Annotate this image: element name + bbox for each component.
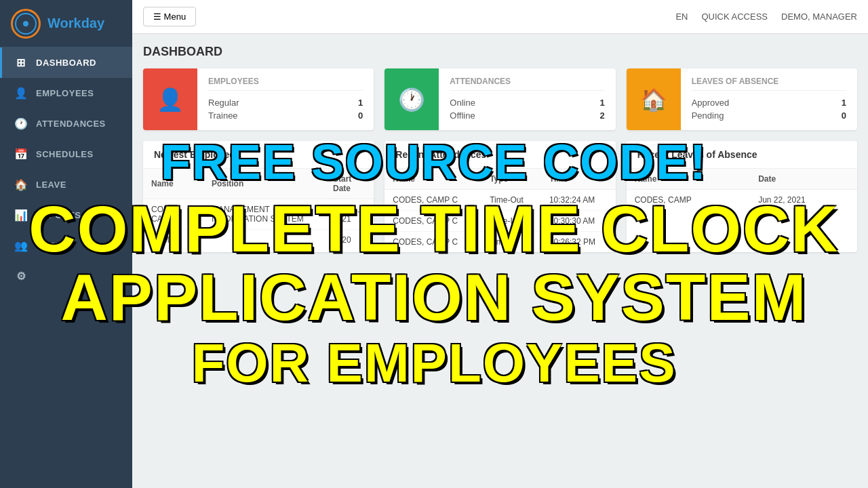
recent-attendances-card: Recent Attendances Name Type Time CODES,… [384,141,615,252]
stat-trainee-label: Trainee [208,110,238,121]
recent-attendances-title: Recent Attendances [384,141,615,169]
table-row: CODES, CAMP C Time-Out 10:32:24 AM [384,190,615,211]
employees-icon: 👤 [14,87,28,100]
table-row: CODES, CAMP MANAGEMENT INFORMATION SYSTE… [143,199,374,230]
language-selector[interactable]: EN [675,12,688,22]
sidebar-label-attendances: ATTENDANCES [36,119,106,129]
emp-position-1 [203,230,325,251]
col-start-date: StartDate [325,169,374,199]
sidebar-item-employees[interactable]: 👤 EMPLOYEES [0,78,132,108]
employees-card-icon: 👤 [143,68,197,130]
quick-access-link[interactable]: QUICK ACCESS [702,12,768,22]
settings-icon: ⚙ [14,270,28,283]
stat-online-value: 1 [599,98,604,108]
att-time-2: 10:26:32 PM [541,232,616,253]
att-name-2: CODES, CAMP C [384,232,481,253]
sidebar-label-employees: EMPLOYEES [36,88,94,98]
sidebar-label-reports: REPORTS [36,210,81,220]
leaves-stat-card: 🏠 LEAVES OF ABSENCE Approved 1 Pending 0 [627,68,857,130]
main-content: ☰ Menu EN QUICK ACCESS DEMO, MANAGER DAS… [132,0,868,488]
att-type-1: Time-In [481,211,541,232]
recent-leaves-title: Recent Leaves of Absence [627,141,857,169]
table-row: DEMO 2020 [143,230,374,251]
att-type-2: Time-In [481,232,541,253]
att-time-1: 10:30:30 AM [541,211,616,232]
sidebar-item-reports[interactable]: 📊 REPORTS [0,200,132,230]
leave-col-name: Name [627,169,751,190]
attendances-card-body: ATTENDANCES Online 1 Offline 2 [439,68,615,130]
schedules-icon: 📅 [14,148,28,161]
leave-col-date: Date [750,169,857,190]
table-row: CODES, CAMP C Time-In 10:26:32 PM [384,232,615,253]
stat-online-label: Online [450,98,475,108]
users-icon: 👥 [14,239,28,252]
stat-pending-row: Pending 0 [692,109,846,122]
sidebar-item-users[interactable]: 👥 USERS [0,230,132,261]
topbar-right: EN QUICK ACCESS DEMO, MANAGER [675,12,857,22]
sidebar-item-schedules[interactable]: 📅 SCHEDULES [0,139,132,169]
att-name-1: CODES, CAMP C [384,211,481,232]
stat-trainee-row: Trainee 0 [208,109,363,122]
attendances-card-category: ATTENDANCES [450,77,604,91]
table-row: CODES, CAMP C Time-In 10:30:30 AM [384,211,615,232]
sidebar-item-dashboard[interactable]: ⊞ DASHBOARD [0,47,132,78]
stat-pending-label: Pending [692,110,724,121]
employees-stat-card: 👤 EMPLOYEES Regular 1 Trainee 0 [143,68,374,130]
table-row: CODES, CAMP Jun 22, 2021 [627,190,857,211]
att-col-time: Time [541,169,616,190]
recent-leaves-table: Name Date CODES, CAMP Jun 22, 2021 [627,169,857,210]
leave-date-0: Jun 22, 2021 [750,190,857,211]
stat-online-row: Online 1 [450,96,604,109]
tables-row: Newest Employees Name Position StartDate… [143,141,857,252]
stats-row: 👤 EMPLOYEES Regular 1 Trainee 0 🕐 [143,68,857,130]
reports-icon: 📊 [14,209,28,222]
emp-date-0: Jun 21, 2021 [325,199,374,230]
leaves-card-category: LEAVES OF ABSENCE [692,77,846,91]
sidebar-item-attendances[interactable]: 🕐 ATTENDANCES [0,108,132,139]
newest-employees-title: Newest Employees [143,141,374,169]
stat-offline-value: 2 [599,110,604,121]
att-time-0: 10:32:24 AM [541,190,616,211]
leaves-card-icon: 🏠 [627,68,681,130]
dashboard-icon: ⊞ [14,56,28,69]
dashboard-content: DASHBOARD 👤 EMPLOYEES Regular 1 Trainee … [132,34,868,488]
stat-approved-value: 1 [842,98,846,108]
leave-name-0: CODES, CAMP [627,190,751,211]
leave-icon: 🏠 [14,178,28,191]
attendances-stat-card: 🕐 ATTENDANCES Online 1 Offline 2 [384,68,615,130]
logo-icon [11,9,41,39]
stat-pending-value: 0 [842,110,846,121]
stat-regular-value: 1 [358,98,363,108]
leaves-card-body: LEAVES OF ABSENCE Approved 1 Pending 0 [681,68,857,130]
logo-area: Workday [0,0,132,47]
employees-card-category: EMPLOYEES [208,77,363,91]
newest-employees-table: Name Position StartDate CODES, CAMP MANA… [143,169,374,250]
att-type-0: Time-Out [481,190,541,211]
app-name: Workday [47,16,104,31]
att-name-0: CODES, CAMP C [384,190,481,211]
att-col-name: Name [384,169,481,190]
recent-leaves-card: Recent Leaves of Absence Name Date CODES… [627,141,857,252]
stat-offline-row: Offline 2 [450,109,604,122]
attendances-card-icon: 🕐 [384,68,439,130]
attendances-icon: 🕐 [14,117,28,130]
topbar: ☰ Menu EN QUICK ACCESS DEMO, MANAGER [132,0,868,34]
stat-trainee-value: 0 [358,110,363,121]
col-name: Name [143,169,203,199]
employees-card-body: EMPLOYEES Regular 1 Trainee 0 [197,68,374,130]
emp-date-1: 2020 [325,230,374,251]
newest-employees-card: Newest Employees Name Position StartDate… [143,141,374,252]
emp-name-0: CODES, CAMP [143,199,203,230]
user-menu[interactable]: DEMO, MANAGER [781,12,857,22]
sidebar-item-settings[interactable]: ⚙ [0,261,132,291]
page-title: DASHBOARD [143,45,857,59]
menu-button[interactable]: ☰ Menu [143,7,196,26]
sidebar-item-leave[interactable]: 🏠 LEAVE [0,169,132,200]
emp-name-1: DEMO [143,230,203,251]
stat-offline-label: Offline [450,110,475,121]
sidebar-label-dashboard: DASHBOARD [36,58,96,68]
stat-regular-label: Regular [208,98,239,108]
sidebar-label-users: USERS [36,241,68,251]
sidebar-label-schedules: SCHEDULES [36,149,94,159]
sidebar-label-leave: LEAVE [36,180,66,190]
